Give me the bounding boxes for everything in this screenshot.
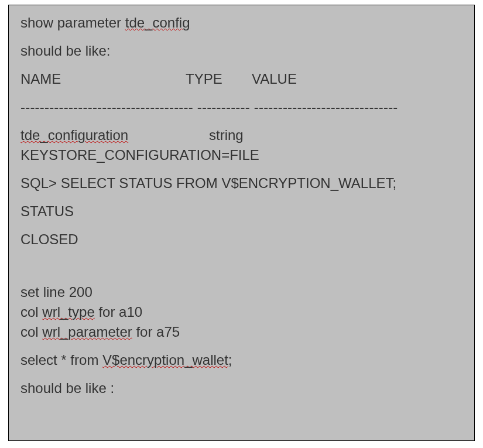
- blank-line: [20, 259, 463, 273]
- text: col: [20, 304, 42, 320]
- text: col: [20, 324, 42, 340]
- column-header-value: VALUE: [252, 70, 463, 88]
- sql-line: select * from V$encryption_wallet;: [20, 351, 463, 369]
- text: select * from: [20, 352, 102, 368]
- spellcheck-word: tde_configuration: [20, 127, 128, 143]
- sql-line: col wrl_type for a10: [20, 303, 463, 321]
- separator-line: ------------------------------------ ---…: [20, 98, 463, 116]
- text: show parameter: [20, 15, 125, 30]
- text: ;: [228, 352, 232, 368]
- column-header-type: TYPE: [186, 70, 252, 88]
- sql-line: col wrl_parameter for a75: [20, 323, 463, 341]
- spellcheck-word: V$encryption_wallet: [102, 352, 228, 368]
- text: for a75: [132, 324, 180, 340]
- text-line: should be like :: [20, 379, 463, 397]
- spellcheck-word: wrl_parameter: [42, 324, 132, 340]
- param-type: string: [209, 126, 463, 144]
- param-name: tde_configuration: [20, 126, 209, 144]
- spellcheck-word: tde_config: [125, 15, 190, 30]
- table-row: tde_configuration string: [20, 126, 463, 144]
- text-line: should be like:: [20, 42, 463, 60]
- status-value: CLOSED: [20, 231, 463, 248]
- param-value: KEYSTORE_CONFIGURATION=FILE: [20, 146, 463, 164]
- text-line: show parameter tde_config: [20, 14, 463, 32]
- sql-line: set line 200: [20, 283, 463, 301]
- table-header: NAME TYPE VALUE: [20, 70, 463, 88]
- sql-line: SQL> SELECT STATUS FROM V$ENCRYPTION_WAL…: [20, 175, 463, 192]
- status-label: STATUS: [20, 203, 463, 220]
- column-header-name: NAME: [20, 70, 186, 88]
- spellcheck-word: wrl_type: [42, 304, 94, 320]
- document-panel: show parameter tde_config should be like…: [8, 5, 475, 441]
- text: for a10: [95, 304, 142, 320]
